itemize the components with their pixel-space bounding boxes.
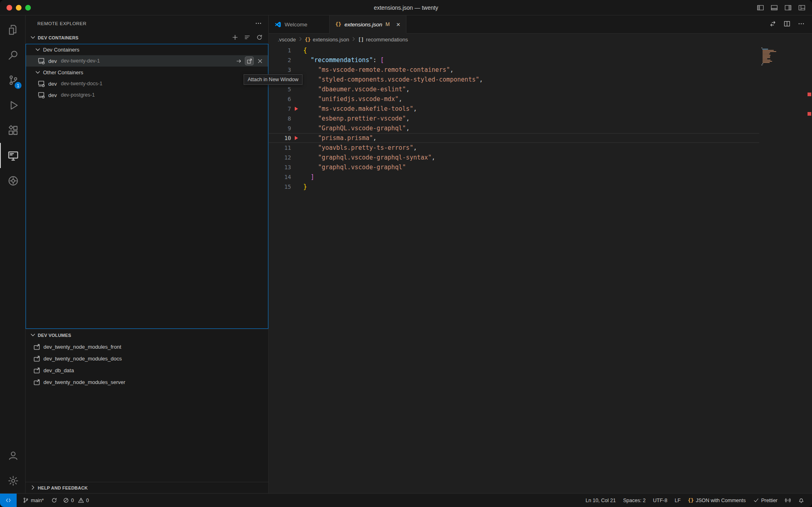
activity-bar-item-dev-containers[interactable] — [0, 168, 25, 193]
activity-bar-item-search[interactable] — [0, 42, 25, 67]
code-text: "yoavbls.pretty-ts-errors", — [303, 143, 417, 153]
container-item-dev-postgres-1[interactable]: devdev-postgres-1 — [26, 89, 268, 101]
tooltip-attach-in-new-window: Attach in New Window — [244, 74, 302, 85]
activity-bar-item-settings[interactable] — [0, 468, 25, 493]
token: "unifiedjs.vscode-mdx" — [318, 95, 399, 103]
activity-bar-item-accounts[interactable] — [0, 443, 25, 468]
activity-bar-item-remote-explorer[interactable] — [0, 143, 25, 168]
code-line-14: 14 ] — [269, 172, 759, 182]
titlebar: extensions.json — twenty — [0, 0, 812, 15]
token: "dbaeumer.vscode-eslint" — [318, 86, 406, 93]
code-text: ] — [303, 172, 314, 182]
status-eol[interactable]: LF — [671, 494, 685, 507]
more-actions-icon[interactable] — [255, 20, 262, 28]
minimap[interactable] — [761, 47, 806, 66]
container-description: dev-twenty-dev-1 — [61, 58, 100, 64]
status-language-mode[interactable]: {}JSON with Comments — [684, 494, 749, 507]
status-encoding[interactable]: UTF-8 — [649, 494, 671, 507]
overview-ruler-mark — [808, 93, 811, 96]
tree-group-other-containers[interactable]: Other Containers — [26, 67, 268, 78]
code-line-5: 5 "dbaeumer.vscode-eslint", — [269, 84, 759, 94]
zoom-window-button[interactable] — [25, 5, 31, 11]
token: , — [406, 115, 410, 122]
stop-container-button[interactable] — [255, 56, 264, 65]
status-remote-indicator[interactable] — [0, 494, 17, 507]
status-notifications[interactable] — [795, 494, 808, 507]
gutter-glyph — [291, 153, 303, 162]
token: "GraphQL.vscode-graphql" — [318, 125, 406, 132]
status-git-branch[interactable]: main* — [19, 494, 48, 507]
layout-sidebar-left-icon[interactable] — [757, 4, 764, 11]
token: , — [406, 86, 410, 93]
token — [303, 95, 318, 103]
status-sync[interactable] — [48, 494, 61, 507]
compare-button[interactable] — [769, 20, 776, 28]
activity-bar-item-extensions[interactable] — [0, 118, 25, 143]
volume-item-dev_twenty_node_modules_server[interactable]: dev_twenty_node_modules_server — [26, 376, 268, 388]
files-icon — [8, 24, 19, 35]
container-item-dev-twenty-dev-1[interactable]: devdev-twenty-dev-1 — [26, 55, 268, 67]
chevron-down-icon — [30, 332, 36, 338]
attach-new-window-button[interactable] — [245, 56, 254, 65]
volume-item-dev_db_data[interactable]: dev_db_data — [26, 365, 268, 376]
status-indentation[interactable]: Spaces: 2 — [620, 494, 650, 507]
code-editor[interactable]: 1{2 "recommendations": [3 "ms-vscode-rem… — [269, 45, 812, 493]
tab-extensions-json[interactable]: {}extensions.jsonM× — [330, 15, 406, 33]
new-dev-container-button[interactable] — [232, 34, 238, 41]
layout-sidebar-right-icon[interactable] — [784, 4, 792, 11]
volume-item-dev_twenty_node_modules_docs[interactable]: dev_twenty_node_modules_docs — [26, 353, 268, 365]
overview-ruler[interactable] — [806, 45, 812, 493]
section-title: DEV CONTAINERS — [38, 35, 78, 40]
line-number: 9 — [269, 123, 291, 133]
section-header-dev-containers[interactable]: DEV CONTAINERS — [26, 32, 268, 44]
token — [303, 154, 318, 161]
code-text: } — [303, 182, 307, 192]
close-tab-button[interactable]: × — [396, 21, 400, 28]
gutter-glyph — [291, 65, 303, 75]
branch-icon — [23, 497, 29, 503]
gutter-glyph — [291, 162, 303, 172]
volume-item-dev_twenty_node_modules_front[interactable]: dev_twenty_node_modules_front — [26, 341, 268, 353]
refresh-button[interactable] — [256, 34, 263, 41]
titlebar-layout-controls — [757, 0, 806, 15]
token — [303, 164, 318, 171]
options-button[interactable] — [244, 34, 251, 41]
section-header-help-and-feedback[interactable]: HELP AND FEEDBACK — [26, 482, 268, 493]
split-editor-button[interactable] — [784, 20, 790, 28]
close-window-button[interactable] — [6, 5, 12, 11]
tab-label: extensions.json — [344, 22, 382, 28]
activity-bar-item-run-debug[interactable] — [0, 93, 25, 118]
tree-group-dev-containers[interactable]: Dev Containers — [26, 44, 268, 55]
code-text: "dbaeumer.vscode-eslint", — [303, 84, 410, 94]
status-cursor-position[interactable]: Ln 10, Col 21 — [582, 494, 619, 507]
minimize-window-button[interactable] — [16, 5, 22, 11]
line-number: 8 — [269, 114, 291, 123]
code-lines: 1{2 "recommendations": [3 "ms-vscode-rem… — [269, 45, 759, 192]
ellipsis-button[interactable] — [798, 20, 805, 28]
status-formatter[interactable]: Prettier — [749, 494, 781, 507]
minimap-line — [762, 56, 770, 57]
token — [303, 66, 318, 73]
breadcrumb-item-vscode[interactable]: .vscode — [278, 37, 296, 43]
compare-icon — [769, 20, 776, 27]
token: "recommendations" — [311, 56, 373, 64]
breadcrumb-item-extensionsjson[interactable]: {}extensions.json — [305, 37, 349, 43]
activity-bar-item-explorer[interactable] — [0, 17, 25, 42]
code-text: "graphql.vscode-graphql" — [303, 162, 406, 172]
status-feedback[interactable] — [781, 494, 795, 507]
section-header-dev-volumes[interactable]: DEV VOLUMES — [26, 329, 268, 341]
attach-shell-button[interactable] — [234, 56, 243, 65]
container-description: dev-postgres-1 — [61, 92, 95, 98]
breadcrumb-item-recommendations[interactable]: []recommendations — [358, 37, 408, 43]
layout-customize-icon[interactable] — [798, 4, 806, 11]
tab-welcome[interactable]: Welcome — [269, 15, 330, 33]
line-number: 15 — [269, 182, 291, 192]
activity-bar-item-source-control[interactable]: 1 — [0, 67, 25, 93]
container-item-dev-twenty-docs-1[interactable]: devdev-twenty-docs-1 — [26, 78, 268, 89]
new-window-icon — [246, 58, 253, 64]
status-warnings[interactable]: 0 — [76, 494, 91, 507]
layout-panel-icon[interactable] — [771, 4, 778, 11]
error-marker-icon — [295, 107, 298, 111]
chevron-down-icon — [30, 332, 36, 339]
status-errors[interactable]: 0 — [61, 494, 76, 507]
